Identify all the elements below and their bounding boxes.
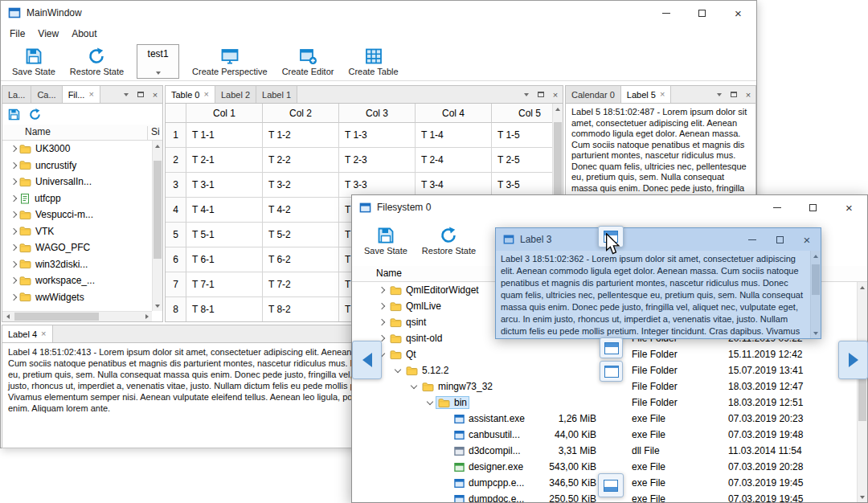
save-state-button[interactable]: Save State xyxy=(5,43,63,80)
restore-state-small-button[interactable] xyxy=(28,108,42,121)
table-cell[interactable]: T 2-4 xyxy=(416,148,492,173)
scroll-up-button[interactable] xyxy=(858,282,867,292)
row-header[interactable]: 5 xyxy=(166,223,186,247)
column-header[interactable]: Col 2 xyxy=(263,104,339,123)
minimize-button[interactable] xyxy=(648,1,684,25)
maximize-button[interactable] xyxy=(766,228,793,251)
create-editor-button[interactable]: Create Editor xyxy=(275,43,342,80)
expand-icon[interactable] xyxy=(376,317,387,328)
scrollbar-track[interactable] xyxy=(811,261,821,328)
table-cell[interactable]: T 8-1 xyxy=(186,297,263,321)
tree-item[interactable]: wwWidgets xyxy=(2,289,152,306)
row-header[interactable]: 7 xyxy=(166,272,186,297)
perspective-combobox[interactable]: test1 xyxy=(137,44,179,79)
scrollbar-track[interactable] xyxy=(858,292,867,492)
expand-icon[interactable] xyxy=(8,143,19,154)
row-header[interactable]: 3 xyxy=(166,173,186,198)
scroll-down-button[interactable] xyxy=(153,301,162,311)
tree-item[interactable]: WAGO_PFC xyxy=(2,239,152,256)
horizontal-scrollbar[interactable] xyxy=(2,311,152,321)
tree-item[interactable]: binFile Folder18.03.2019 12:51 xyxy=(352,395,857,411)
tree-header[interactable]: Name Si xyxy=(2,125,162,141)
tab-label-4[interactable]: Label 4× xyxy=(2,325,53,342)
expand-icon[interactable] xyxy=(8,176,19,187)
table-cell[interactable]: T 3-1 xyxy=(186,173,263,198)
minimize-button[interactable] xyxy=(759,195,795,219)
table-cell[interactable]: T 1-4 xyxy=(416,123,492,148)
tab-label-5[interactable]: Label 5× xyxy=(621,86,672,103)
tab-close-icon[interactable]: × xyxy=(660,90,665,99)
drop-indicator-area-top[interactable] xyxy=(600,337,623,358)
table-cell[interactable]: T 1-1 xyxy=(186,123,263,148)
tree-item[interactable]: designer.exe543,00 KiBexe File07.03.2019… xyxy=(352,459,857,475)
expand-icon[interactable] xyxy=(376,284,387,296)
tree-item[interactable]: workspace_... xyxy=(2,272,152,289)
scroll-down-button[interactable] xyxy=(858,492,867,502)
table-cell[interactable]: T 7-2 xyxy=(263,272,339,297)
table-cell[interactable]: T 7-1 xyxy=(186,272,263,297)
scrollbar-track[interactable] xyxy=(153,151,162,301)
table-cell[interactable]: T 2-1 xyxy=(186,148,263,173)
table-cell[interactable]: T 6-2 xyxy=(263,247,339,272)
tab-calendar-0[interactable]: Calendar 0 xyxy=(566,86,621,103)
close-dock-button[interactable]: × xyxy=(548,86,563,103)
main-titlebar[interactable]: MainWindow × xyxy=(1,1,756,25)
save-state-small-button[interactable] xyxy=(7,108,21,121)
row-header[interactable]: 2 xyxy=(166,148,186,173)
minimize-button[interactable] xyxy=(739,228,766,251)
scroll-left-button[interactable] xyxy=(2,312,13,321)
maximize-button[interactable] xyxy=(795,195,831,219)
tree-item[interactable]: uncrustify xyxy=(2,157,152,174)
undock-button[interactable] xyxy=(534,86,548,103)
scroll-right-button[interactable] xyxy=(141,312,152,321)
restore-state-button[interactable]: Restore State xyxy=(63,43,131,80)
close-dock-button[interactable]: × xyxy=(741,86,755,103)
save-state-button[interactable]: Save State xyxy=(357,219,415,266)
tree-item[interactable]: d3dcompil...3,31 MiBdll File11.03.2014 1… xyxy=(352,443,857,459)
scroll-up-button[interactable] xyxy=(553,104,563,114)
tab-label-1[interactable]: Label 1 xyxy=(256,86,297,103)
scroll-down-button[interactable] xyxy=(811,328,821,338)
expand-icon[interactable] xyxy=(8,209,19,220)
drop-indicator-left[interactable] xyxy=(352,341,382,379)
vertical-scrollbar[interactable] xyxy=(810,251,821,338)
size-column-header[interactable]: Si xyxy=(147,126,160,140)
tab-fil[interactable]: Fil...× xyxy=(63,86,100,103)
name-column-header[interactable]: Name xyxy=(376,268,402,279)
maximize-button[interactable] xyxy=(684,1,720,25)
column-header[interactable]: Col 4 xyxy=(416,104,492,123)
close-button[interactable]: × xyxy=(720,1,756,25)
menu-file[interactable]: File xyxy=(3,27,31,41)
row-header[interactable]: 4 xyxy=(166,198,186,223)
tree-item[interactable]: UniversalIn... xyxy=(2,174,152,190)
table-cell[interactable]: T 1-2 xyxy=(263,123,339,148)
table-cell[interactable]: T 4-2 xyxy=(263,198,339,223)
close-dock-button[interactable]: × xyxy=(148,86,162,103)
name-column-header[interactable]: Name xyxy=(25,126,51,137)
tree-item[interactable]: canbusutil...44,00 KiBexe File07.03.2019… xyxy=(352,427,857,443)
expand-icon[interactable] xyxy=(8,226,19,237)
tab-ca[interactable]: Ca... xyxy=(31,86,62,103)
table-cell[interactable]: T 2-5 xyxy=(492,148,552,173)
expand-icon[interactable] xyxy=(8,292,19,303)
expand-icon[interactable] xyxy=(408,381,420,392)
table-cell[interactable]: T 5-1 xyxy=(186,223,263,247)
row-header[interactable]: 8 xyxy=(166,297,186,321)
undock-button[interactable] xyxy=(133,86,148,103)
tab-close-icon[interactable]: × xyxy=(203,90,208,99)
column-header[interactable]: Col 1 xyxy=(186,104,263,123)
table-cell[interactable]: T 1-5 xyxy=(492,123,552,148)
expand-icon[interactable] xyxy=(8,275,19,286)
menu-about[interactable]: About xyxy=(65,27,103,41)
table-cell[interactable]: T 8-2 xyxy=(263,297,339,321)
tree-item[interactable]: Vespucci-m... xyxy=(2,207,152,223)
close-button[interactable]: × xyxy=(831,195,867,219)
undock-button[interactable] xyxy=(727,86,741,103)
tabs-menu-button[interactable] xyxy=(519,86,534,103)
tree-item[interactable]: VTK xyxy=(2,223,152,240)
expand-icon[interactable] xyxy=(376,301,387,312)
table-cell[interactable]: T 3-2 xyxy=(263,173,339,198)
scrollbar-thumb[interactable] xyxy=(812,264,820,295)
row-header[interactable]: 6 xyxy=(166,247,186,272)
scroll-up-button[interactable] xyxy=(811,251,821,261)
